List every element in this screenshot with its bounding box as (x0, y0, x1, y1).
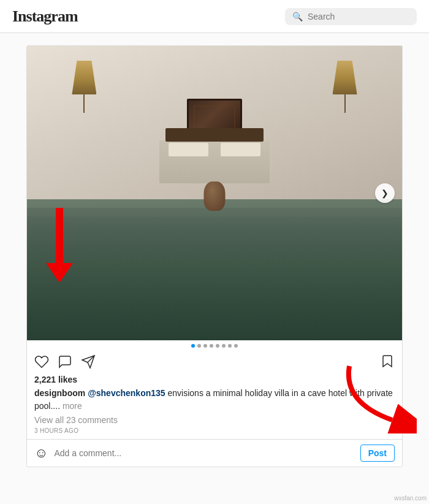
comment-text-input[interactable] (54, 448, 354, 458)
view-comments-link[interactable]: View all 23 comments (27, 415, 402, 427)
search-icon: 🔍 (292, 12, 303, 21)
room-scene: ❯ (27, 46, 402, 340)
emoji-picker-button[interactable]: ☺ (34, 445, 48, 461)
lamp-right (333, 61, 357, 113)
post-username[interactable]: designboom (34, 388, 85, 398)
watermark: wxsfan.com (394, 495, 427, 502)
arrow-head (46, 263, 73, 283)
arrow-shaft (56, 208, 63, 263)
share-button[interactable] (81, 354, 96, 372)
annotation-arrow-down (46, 208, 73, 283)
post-timestamp: 3 HOURS AGO (27, 427, 402, 439)
image-dots (27, 340, 402, 349)
lamp-shade-left (72, 61, 96, 94)
bookmark-button[interactable] (380, 354, 395, 372)
like-button[interactable] (34, 354, 49, 372)
dot-6 (222, 344, 226, 348)
search-bar[interactable]: 🔍 (285, 8, 417, 25)
dot-3 (203, 344, 207, 348)
bed-pillows-left (169, 143, 208, 156)
caption-mention[interactable]: @shevchenkon135 (88, 388, 165, 398)
lamp-cord-right (344, 94, 346, 113)
search-input[interactable] (308, 12, 409, 21)
post-comment-button[interactable]: Post (360, 445, 395, 462)
bed-pillows-right (221, 143, 260, 156)
header: Instagram 🔍 (0, 0, 429, 33)
post-image: ❯ (27, 46, 402, 340)
post-caption: designboom @shevchenkon135 envisions a m… (27, 387, 402, 415)
dot-1 (191, 344, 195, 348)
post-card-wrapper: ❯ (0, 45, 429, 467)
bed-headboard (165, 128, 264, 142)
dot-8 (234, 344, 238, 348)
post-actions-bar (27, 349, 402, 375)
post-card: ❯ (26, 45, 403, 467)
instagram-logo: Instagram (12, 7, 78, 26)
lamp-shade-right (333, 61, 357, 94)
likes-count: 2,221 likes (27, 375, 402, 387)
caption-more-link[interactable]: more (63, 401, 82, 411)
next-image-button[interactable]: ❯ (375, 183, 395, 203)
comment-input-area: ☺ Post (27, 439, 402, 467)
bed (159, 140, 270, 183)
vase (204, 181, 226, 211)
dot-5 (216, 344, 219, 348)
dot-7 (228, 344, 232, 348)
dot-4 (210, 344, 213, 348)
lamp-left (72, 61, 96, 113)
dot-2 (197, 344, 201, 348)
pool-reflection (27, 216, 402, 340)
lamp-cord-left (83, 94, 85, 113)
comment-button[interactable] (58, 354, 72, 372)
